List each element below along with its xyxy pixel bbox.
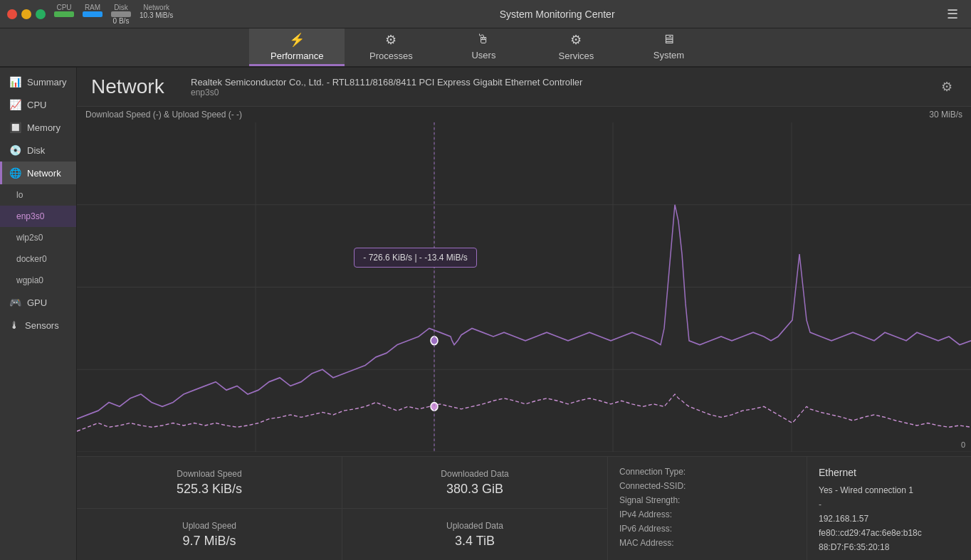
- tab-services[interactable]: ⚙ Services: [530, 28, 622, 66]
- data-stats: Downloaded Data 380.3 GiB Uploaded Data …: [342, 457, 608, 560]
- sidebar-item-summary[interactable]: 📊 Summary: [0, 70, 76, 93]
- downloaded-data-value: 380.3 GiB: [446, 482, 503, 497]
- sidebar-item-label-wlp2s0: wlp2s0: [16, 233, 43, 243]
- upload-speed-group: Upload Speed 9.7 MiB/s: [77, 509, 342, 560]
- services-tab-label: Services: [558, 51, 594, 61]
- memory-icon: 🔲: [9, 122, 21, 133]
- sidebar: 📊 Summary 📈 CPU 🔲 Memory 💿 Disk 🌐 Networ…: [0, 68, 77, 560]
- chart-svg-wrapper: - 726.6 KiB/s | - -13.4 MiB/s 0: [77, 122, 971, 452]
- sidebar-item-lo[interactable]: lo: [0, 184, 76, 206]
- titlebar: CPU RAM Disk 0 B/s Network 10.3 MiB/s Sy…: [0, 0, 971, 28]
- network-stat-value: 10.3 MiB/s: [140, 11, 173, 19]
- sidebar-item-memory[interactable]: 🔲 Memory: [0, 116, 76, 139]
- uploaded-data-label: Uploaded Data: [446, 521, 503, 531]
- ipv4-key: IPv4 Address:: [619, 509, 705, 519]
- ipv6-key: IPv6 Address:: [619, 524, 705, 534]
- device-name: Realtek Semiconductor Co., Ltd. - RTL811…: [191, 77, 937, 88]
- sidebar-item-label-gpu: GPU: [27, 297, 47, 308]
- network-stat: Network 10.3 MiB/s: [140, 4, 173, 25]
- signal-strength-key: Signal Strength:: [619, 495, 705, 505]
- tab-system[interactable]: 🖥 System: [622, 28, 715, 66]
- system-tab-icon: 🖥: [662, 32, 675, 47]
- chart-speed-label: Download Speed (-) & Upload Speed (- -): [85, 110, 242, 120]
- tab-users[interactable]: 🖱 Users: [437, 28, 530, 66]
- conn-type-value: Ethernet: [819, 467, 960, 478]
- processes-tab-icon: ⚙: [385, 32, 397, 48]
- system-tab-label: System: [654, 50, 684, 60]
- tab-processes[interactable]: ⚙ Processes: [345, 28, 437, 66]
- ipv4-value: 192.168.1.57: [819, 514, 960, 524]
- sidebar-item-enp3s0[interactable]: enp3s0: [0, 206, 76, 227]
- signal-strength-row: Signal Strength:: [619, 495, 795, 505]
- app-title: System Monitoring Center: [173, 9, 941, 20]
- tab-performance[interactable]: ⚡ Performance: [249, 28, 345, 66]
- chart-svg: [77, 122, 971, 452]
- sidebar-item-label-network: Network: [27, 168, 61, 179]
- sidebar-item-gpu[interactable]: 🎮 GPU: [0, 291, 76, 314]
- ram-bar: [83, 11, 103, 17]
- upload-speed-label: Upload Speed: [182, 521, 236, 531]
- downloaded-data-group: Downloaded Data 380.3 GiB: [342, 457, 607, 509]
- sidebar-item-label-cpu: CPU: [27, 100, 46, 110]
- downloaded-data-label: Downloaded Data: [441, 469, 508, 479]
- window-controls: [7, 9, 46, 19]
- download-speed-label: Download Speed: [177, 469, 241, 479]
- device-id: enp3s0: [191, 88, 937, 97]
- sidebar-item-label-lo: lo: [16, 190, 23, 200]
- main-area: 📊 Summary 📈 CPU 🔲 Memory 💿 Disk 🌐 Networ…: [0, 68, 971, 560]
- users-tab-icon: 🖱: [477, 32, 490, 47]
- maximize-button[interactable]: [36, 9, 46, 19]
- sidebar-item-label-wgpia0: wgpia0: [16, 275, 43, 285]
- minimize-button[interactable]: [21, 9, 31, 19]
- sidebar-item-wgpia0[interactable]: wgpia0: [0, 270, 76, 291]
- speed-stats: Download Speed 525.3 KiB/s Upload Speed …: [77, 457, 342, 560]
- chart-header: Download Speed (-) & Upload Speed (- -) …: [77, 107, 971, 122]
- close-button[interactable]: [7, 9, 17, 19]
- connected-ssid-row: Connected-SSID:: [619, 481, 795, 491]
- ipv6-value: fe80::cd29:47ac:6e8e:b18c: [819, 528, 960, 538]
- sidebar-item-label-summary: Summary: [27, 77, 67, 88]
- chart-container: Download Speed (-) & Upload Speed (- -) …: [77, 107, 971, 457]
- settings-icon[interactable]: ⚙: [937, 75, 957, 99]
- cpu-stat: CPU: [54, 4, 74, 25]
- sidebar-item-disk[interactable]: 💿 Disk: [0, 139, 76, 162]
- sidebar-item-label-enp3s0: enp3s0: [16, 211, 44, 221]
- sidebar-item-docker0[interactable]: docker0: [0, 248, 76, 270]
- gpu-icon: 🎮: [9, 297, 21, 308]
- ipv6-row: IPv6 Address:: [619, 524, 795, 534]
- ram-stat: RAM: [83, 4, 103, 25]
- ipv4-row: IPv4 Address:: [619, 509, 795, 519]
- ram-stat-label: RAM: [85, 4, 100, 11]
- tabbar: ⚡ Performance ⚙ Processes 🖱 Users ⚙ Serv…: [0, 28, 971, 68]
- cpu-bar: [54, 11, 74, 17]
- sidebar-item-label-disk: Disk: [27, 145, 45, 156]
- network-icon: 🌐: [9, 167, 21, 179]
- menu-button[interactable]: ☰: [941, 4, 964, 25]
- chart-max-label: 30 MiB/s: [929, 110, 962, 120]
- processes-tab-label: Processes: [369, 51, 413, 61]
- network-stat-label: Network: [143, 4, 169, 11]
- uploaded-data-value: 3.4 TiB: [455, 534, 495, 549]
- download-speed-value: 525.3 KiB/s: [177, 482, 242, 497]
- disk-stat-label: Disk: [114, 4, 127, 11]
- sidebar-item-wlp2s0[interactable]: wlp2s0: [0, 227, 76, 248]
- device-info: Realtek Semiconductor Co., Ltd. - RTL811…: [191, 77, 937, 97]
- section-title: Network: [91, 75, 177, 98]
- sidebar-item-sensors[interactable]: 🌡 Sensors: [0, 314, 76, 337]
- sidebar-item-network[interactable]: 🌐 Network: [0, 162, 76, 184]
- disk-bar: [111, 11, 131, 17]
- uploaded-data-group: Uploaded Data 3.4 TiB: [342, 509, 607, 560]
- cpu-stat-label: CPU: [56, 4, 71, 11]
- stats-bottom: Download Speed 525.3 KiB/s Upload Speed …: [77, 457, 971, 560]
- disk-stat: Disk 0 B/s: [111, 4, 131, 25]
- content-header: Network Realtek Semiconductor Co., Ltd. …: [77, 68, 971, 107]
- connection-type-row: Connection Type:: [619, 467, 795, 477]
- mac-key: MAC Address:: [619, 538, 705, 548]
- content-area: Network Realtek Semiconductor Co., Ltd. …: [77, 68, 971, 560]
- users-tab-label: Users: [471, 50, 495, 60]
- disk-stat-value: 0 B/s: [113, 17, 130, 25]
- download-speed-group: Download Speed 525.3 KiB/s: [77, 457, 342, 509]
- sidebar-item-cpu[interactable]: 📈 CPU: [0, 93, 76, 116]
- connected-ssid-key: Connected-SSID:: [619, 481, 705, 491]
- mac-row: MAC Address:: [619, 538, 795, 548]
